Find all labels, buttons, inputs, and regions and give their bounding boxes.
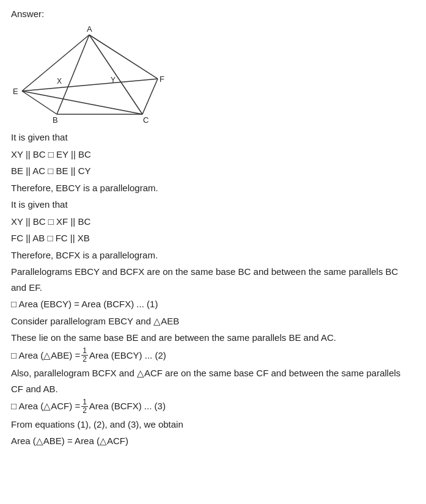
line-9: Parallelograms EBCY and BCFX are on the … (11, 264, 415, 295)
content-block: It is given that XY || BC □ EY || BC BE … (11, 130, 415, 449)
line-6: XY || BC □ XF || BC (11, 214, 415, 230)
line-13-prefix: □ Area (△ABE) = (11, 347, 80, 365)
fraction-1: 1 2 (81, 347, 88, 363)
svg-line-1 (89, 35, 158, 79)
line-15-suffix: Area (BCFX) ... (3) (89, 398, 166, 415)
line-13-suffix: Area (EBCY) ... (2) (89, 347, 166, 365)
fraction-2: 1 2 (81, 398, 88, 415)
line-7: FC || AB □ FC || XB (11, 230, 415, 246)
svg-line-7 (89, 35, 142, 114)
line-2: XY || BC □ EY || BC (11, 147, 415, 163)
label-E: E (13, 87, 18, 96)
label-X: X (57, 77, 62, 86)
line-16: From equations (1), (2), and (3), we obt… (11, 417, 415, 433)
fraction-1-numerator: 1 (81, 347, 88, 356)
line-1: It is given that (11, 130, 415, 145)
fraction-2-numerator: 1 (81, 398, 88, 407)
label-A: A (87, 24, 92, 34)
line-17: Area (△ABE) = Area (△ACF) (11, 433, 415, 449)
line-8: Therefore, BCFX is a parallelogram. (11, 247, 415, 263)
label-B: B (53, 115, 58, 125)
label-F: F (160, 75, 164, 84)
line-5: It is given that (11, 197, 415, 213)
fraction-1-denominator: 2 (81, 356, 88, 363)
svg-line-0 (22, 35, 89, 91)
diagram-container: A B C E F X Y (11, 24, 170, 125)
line-3: BE || AC □ BE || CY (11, 163, 415, 179)
fraction-2-denominator: 2 (81, 407, 88, 415)
line-15-fraction: □ Area (△ACF) = 1 2 Area (BCFX) ... (3) (11, 398, 415, 415)
line-10: □ Area (EBCY) = Area (BCFX) ... (1) (11, 296, 415, 312)
label-Y: Y (111, 76, 116, 84)
svg-line-6 (57, 35, 89, 114)
line-11: Consider parallelogram EBCY and △AEB (11, 313, 415, 329)
svg-line-8 (22, 79, 158, 91)
label-C: C (143, 115, 149, 125)
line-13-fraction: □ Area (△ABE) = 1 2 Area (EBCY) ... (2) (11, 347, 415, 365)
line-12: These lie on the same base BE and are be… (11, 330, 415, 346)
answer-label: Answer: (11, 9, 415, 19)
line-14: Also, parallelogram BCFX and △ACF are on… (11, 365, 415, 396)
line-15-prefix: □ Area (△ACF) = (11, 398, 80, 415)
geometry-diagram: A B C E F X Y (11, 24, 170, 125)
line-4: Therefore, EBCY is a parallelogram. (11, 180, 415, 196)
svg-line-2 (142, 79, 158, 114)
